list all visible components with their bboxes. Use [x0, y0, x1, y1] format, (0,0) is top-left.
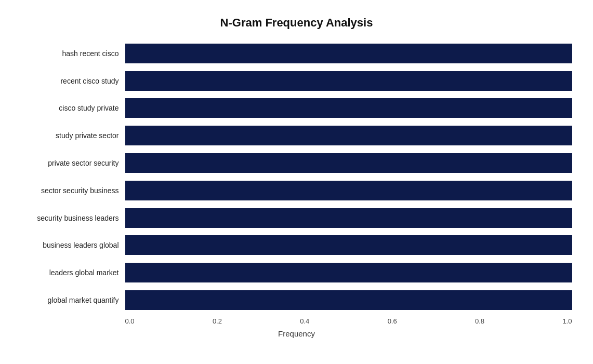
x-tick: 1.0: [562, 317, 572, 325]
bar-label: private sector security: [21, 159, 125, 167]
bar-row: security business leaders: [21, 204, 572, 232]
bar-label: leaders global market: [21, 268, 125, 277]
bar-fill: [125, 263, 572, 282]
bar-row: business leaders global: [21, 232, 572, 259]
bar-fill: [125, 235, 572, 255]
bar-track: [125, 153, 572, 173]
x-tick: 0.4: [300, 317, 309, 325]
bar-row: cisco study private: [21, 95, 572, 122]
bar-track: [125, 181, 572, 200]
bar-row: sector security business: [21, 177, 572, 204]
bar-track: [125, 208, 572, 228]
chart-title: N-Gram Frequency Analysis: [220, 16, 373, 30]
x-tick: 0.6: [388, 317, 397, 325]
bar-track: [125, 126, 572, 145]
x-tick: 0.8: [475, 317, 484, 325]
bar-row: private sector security: [21, 150, 572, 177]
bar-label: cisco study private: [21, 104, 125, 112]
bar-track: [125, 71, 572, 91]
bar-fill: [125, 290, 572, 310]
bar-label: security business leaders: [21, 214, 125, 222]
bar-row: leaders global market: [21, 259, 572, 287]
x-axis-ticks: 0.00.20.40.60.81.0: [125, 317, 572, 325]
x-axis-label: Frequency: [278, 329, 315, 338]
bar-fill: [125, 71, 572, 91]
bar-label: global market quantify: [21, 296, 125, 304]
bar-track: [125, 235, 572, 255]
bar-track: [125, 98, 572, 118]
bar-track: [125, 263, 572, 282]
x-tick: 0.0: [125, 317, 135, 325]
chart-area: hash recent ciscorecent cisco studycisco…: [21, 40, 572, 314]
bar-row: global market quantify: [21, 287, 572, 314]
bar-label: recent cisco study: [21, 77, 125, 85]
x-axis: 0.00.20.40.60.81.0: [21, 317, 572, 325]
bar-label: business leaders global: [21, 241, 125, 249]
bar-fill: [125, 181, 572, 200]
bar-row: hash recent cisco: [21, 40, 572, 68]
bar-fill: [125, 126, 572, 145]
bar-label: hash recent cisco: [21, 49, 125, 58]
bar-row: study private sector: [21, 122, 572, 150]
chart-container: N-Gram Frequency Analysis hash recent ci…: [11, 6, 583, 359]
bar-track: [125, 44, 572, 63]
x-tick: 0.2: [213, 317, 222, 325]
bar-track: [125, 290, 572, 310]
bar-row: recent cisco study: [21, 67, 572, 95]
bar-label: sector security business: [21, 186, 125, 195]
bar-fill: [125, 98, 572, 118]
bar-fill: [125, 44, 572, 63]
bar-fill: [125, 208, 572, 228]
bar-fill: [125, 153, 572, 173]
bar-label: study private sector: [21, 131, 125, 140]
